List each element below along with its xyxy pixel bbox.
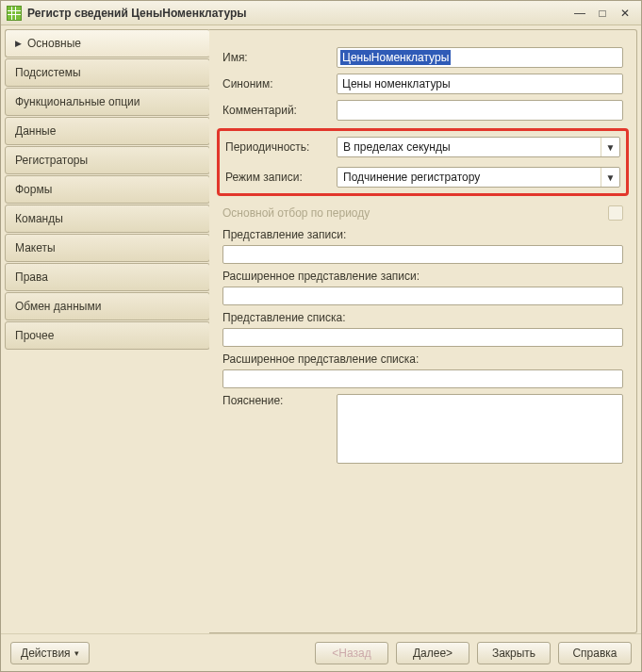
sidebar-item-data-exchange[interactable]: Обмен данными — [5, 292, 210, 320]
ext-record-presentation-label: Расширенное представление записи: — [222, 270, 623, 283]
write-mode-label: Режим записи: — [225, 171, 331, 184]
row-main-filter: Основной отбор по периоду — [222, 204, 623, 222]
row-explanation: Пояснение: — [222, 394, 623, 464]
row-ext-list-presentation: Расширенное представление списка: — [222, 352, 623, 388]
sidebar-item-label: Формы — [15, 183, 52, 196]
titlebar: Регистр сведений ЦеныНоменклатуры — □ ✕ — [1, 1, 641, 25]
sidebar-item-label: Прочее — [15, 329, 54, 342]
record-presentation-label: Представление записи: — [222, 228, 623, 241]
back-label: <Назад — [332, 647, 370, 660]
write-mode-value: Подчинение регистратору — [337, 171, 601, 184]
periodicity-value: В пределах секунды — [337, 140, 601, 154]
list-presentation-field[interactable] — [222, 328, 623, 347]
chevron-down-icon[interactable]: ▼ — [601, 138, 619, 156]
maximize-button[interactable]: □ — [592, 5, 613, 22]
sidebar-item-label: Подсистемы — [15, 66, 81, 79]
minimize-button[interactable]: — — [569, 5, 590, 22]
sidebar-item-label: Регистраторы — [15, 154, 88, 167]
row-periodicity: Периодичность: В пределах секунды ▼ — [225, 137, 620, 157]
sidebar-item-functional-options[interactable]: Функциональные опции — [5, 88, 210, 116]
name-label: Имя: — [222, 51, 331, 64]
comment-label: Комментарий: — [222, 104, 331, 117]
close-button[interactable]: Закрыть — [477, 642, 551, 664]
main-filter-checkbox — [608, 205, 623, 221]
sidebar-item-label: Данные — [15, 124, 56, 138]
footer: Действия ▾ <Назад Далее> Закрыть Справка — [1, 633, 641, 671]
sidebar-item-label: Обмен данными — [15, 300, 101, 313]
comment-field[interactable] — [337, 100, 623, 121]
body: Основные Подсистемы Функциональные опции… — [1, 25, 641, 633]
sidebar-item-templates[interactable]: Макеты — [5, 234, 210, 262]
row-ext-record-presentation: Расширенное представление записи: — [222, 270, 623, 305]
sidebar-item-registrators[interactable]: Регистраторы — [5, 146, 210, 174]
next-label: Далее> — [413, 647, 453, 660]
row-record-presentation: Представление записи: — [222, 228, 623, 264]
periodicity-label: Периодичность: — [225, 140, 331, 154]
window: Регистр сведений ЦеныНоменклатуры — □ ✕ … — [0, 0, 642, 672]
window-title: Регистр сведений ЦеныНоменклатуры — [27, 7, 568, 20]
row-list-presentation: Представление списка: — [222, 311, 623, 347]
explanation-field[interactable] — [337, 394, 623, 464]
write-mode-select[interactable]: Подчинение регистратору ▼ — [337, 167, 620, 188]
sidebar: Основные Подсистемы Функциональные опции… — [5, 29, 210, 633]
next-button[interactable]: Далее> — [396, 642, 469, 664]
ext-list-presentation-field[interactable] — [222, 369, 623, 388]
highlight-box: Периодичность: В пределах секунды ▼ Режи… — [217, 128, 629, 196]
explanation-label: Пояснение: — [222, 394, 331, 407]
sidebar-item-label: Команды — [15, 212, 63, 225]
sidebar-item-label: Макеты — [15, 241, 56, 254]
record-presentation-field[interactable] — [222, 245, 623, 264]
close-window-button[interactable]: ✕ — [615, 5, 635, 22]
sidebar-item-label: Функциональные опции — [15, 95, 140, 108]
row-write-mode: Режим записи: Подчинение регистратору ▼ — [225, 167, 620, 188]
row-synonym: Синоним: — [222, 74, 623, 94]
ext-list-presentation-label: Расширенное представление списка: — [222, 352, 623, 366]
sidebar-item-label: Основные — [27, 37, 81, 50]
name-field[interactable]: ЦеныНоменклатуры — [337, 47, 623, 68]
main-panel: Имя: ЦеныНоменклатуры Синоним: Комментар… — [209, 29, 637, 633]
help-label: Справка — [572, 647, 617, 660]
actions-button[interactable]: Действия ▾ — [10, 642, 90, 664]
name-value: ЦеныНоменклатуры — [340, 50, 451, 65]
row-comment: Комментарий: — [222, 100, 623, 121]
sidebar-item-label: Права — [15, 270, 48, 284]
sidebar-item-forms[interactable]: Формы — [5, 175, 210, 204]
periodicity-select[interactable]: В пределах секунды ▼ — [337, 137, 620, 157]
row-name: Имя: ЦеныНоменклатуры — [222, 47, 623, 68]
sidebar-item-data[interactable]: Данные — [5, 117, 210, 145]
sidebar-item-other[interactable]: Прочее — [5, 321, 210, 350]
actions-label: Действия — [21, 647, 71, 660]
sidebar-item-main[interactable]: Основные — [5, 29, 210, 57]
chevron-down-icon[interactable]: ▼ — [601, 168, 619, 187]
chevron-down-icon: ▾ — [74, 648, 79, 658]
main-filter-label: Основной отбор по периоду — [222, 206, 370, 220]
sidebar-item-subsystems[interactable]: Подсистемы — [5, 58, 210, 87]
back-button: <Назад — [315, 642, 388, 664]
help-button[interactable]: Справка — [558, 642, 632, 664]
sidebar-item-rights[interactable]: Права — [5, 263, 210, 291]
ext-record-presentation-field[interactable] — [222, 287, 623, 305]
synonym-field[interactable] — [337, 74, 623, 94]
close-label: Закрыть — [492, 647, 535, 660]
sidebar-item-commands[interactable]: Команды — [5, 205, 210, 233]
register-icon — [7, 6, 22, 21]
synonym-label: Синоним: — [222, 77, 331, 90]
list-presentation-label: Представление списка: — [222, 311, 623, 324]
